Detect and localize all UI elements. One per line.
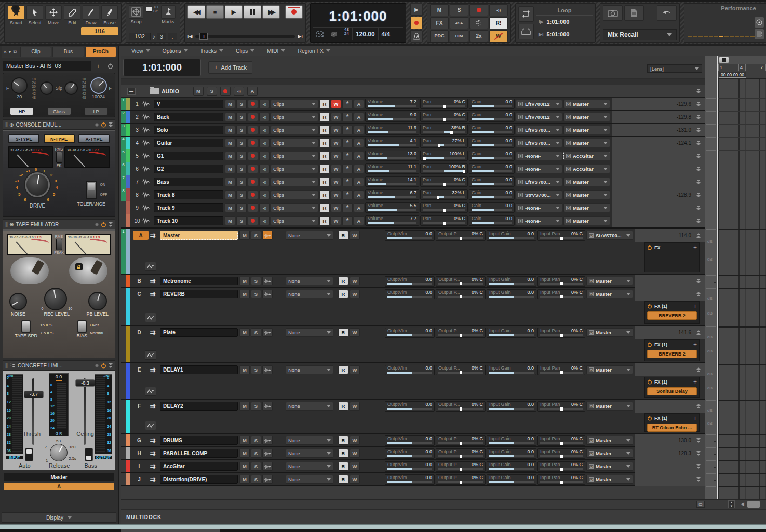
bus-select-strip[interactable] — [121, 326, 126, 362]
tempo-display[interactable]: 120.00 — [353, 28, 379, 40]
expand-chevron-icon[interactable] — [696, 464, 701, 469]
pan-slider[interactable]: Pan27% L — [420, 138, 468, 148]
edit-filter-dropdown[interactable]: Clips — [271, 203, 318, 212]
collapse-chevron-icon[interactable] — [696, 154, 701, 158]
solo-button[interactable]: S — [251, 402, 261, 411]
track-select-strip[interactable]: 3 — [121, 124, 126, 136]
input-echo-button[interactable]: •)) — [259, 203, 270, 212]
output-pan-slider[interactable]: Output P...0% C — [436, 474, 486, 485]
fx-bin[interactable]: FX (1)+BT Oilcan Echo ... — [644, 413, 700, 432]
bus-letter[interactable]: A — [132, 231, 146, 240]
volume-slider[interactable]: Volume-11.1 — [365, 163, 419, 174]
bus-name[interactable]: PARALLEL COMP — [160, 449, 238, 458]
arm-button[interactable] — [248, 203, 258, 212]
solo-dim-button[interactable]: ◄S► — [450, 17, 468, 29]
gain-slider[interactable]: Gain0.0 — [469, 125, 515, 135]
wave-preview-button[interactable] — [262, 402, 273, 411]
input-echo-button[interactable]: •)) — [259, 216, 270, 225]
read-automation-button[interactable]: R — [319, 165, 330, 173]
output-dropdown[interactable]: OMaster — [586, 290, 633, 298]
bus-name[interactable]: Plate — [160, 328, 238, 337]
n-type-button[interactable]: N-TYPE — [44, 134, 75, 143]
edit-filter-dropdown[interactable]: None — [286, 231, 333, 240]
loop-end-field[interactable]: ▶I5:01:000 — [536, 28, 593, 40]
collapse-chevron-icon[interactable] — [696, 206, 701, 210]
volume-slider[interactable]: Volume-11.9 — [365, 125, 419, 135]
read-automation-button[interactable]: R — [319, 178, 330, 186]
track-view-time-display[interactable]: 1:01:000 — [123, 59, 201, 76]
write-automation-button[interactable]: W — [350, 402, 360, 411]
scroll-spinner[interactable]: ▲▼ — [728, 500, 735, 508]
bus-row[interactable]: H⇉PARALLEL COMPMSNoneRWOutptVlm0.0Output… — [121, 447, 705, 460]
edit-filter-dropdown[interactable]: None — [286, 449, 333, 458]
limiter-power-icon[interactable] — [101, 363, 106, 369]
mute-button[interactable]: M — [225, 178, 235, 186]
arm-all-button[interactable] — [469, 4, 488, 16]
sample-rate-display[interactable]: 4824 — [341, 28, 353, 40]
drive-knob[interactable]: DRIVE -6-5-4-3-2-10123456 — [12, 168, 62, 208]
dim-button[interactable]: DIM — [450, 30, 468, 42]
output-dropdown[interactable]: OMaster — [563, 190, 610, 199]
automation-lane-button[interactable] — [145, 387, 156, 396]
bus-select-strip[interactable]: 1 — [121, 229, 126, 274]
gain-slider[interactable]: Gain0.0 — [469, 176, 515, 187]
solo-button[interactable]: S — [251, 449, 261, 458]
audio-engine-icon[interactable] — [313, 28, 327, 40]
bus-row[interactable]: F⇉DELAY2MSNoneRWOutptVlm0.0Output P...0%… — [121, 400, 705, 434]
output-pan-slider[interactable]: Output P...0% C — [436, 461, 486, 472]
track-select-strip[interactable] — [121, 201, 126, 214]
volume-slider[interactable]: Volume-5.5 — [365, 202, 419, 213]
track-name[interactable]: Back — [154, 113, 223, 121]
gain-slider[interactable]: Gain0.0 — [469, 151, 515, 161]
audio-button[interactable]: A — [354, 178, 364, 186]
mini-record-button[interactable] — [410, 17, 423, 29]
volume-slider[interactable]: Volume-7.7 — [365, 215, 419, 226]
a-type-button[interactable]: A-TYPE — [78, 134, 110, 143]
tool-erase[interactable]: Erase — [101, 5, 118, 25]
arm-button[interactable] — [248, 216, 258, 225]
go-to-end-icon[interactable]: ▶I — [298, 34, 303, 39]
read-automation-button[interactable]: R — [338, 365, 348, 374]
track-row[interactable]: 33SoloMS•))ClipsRW*AVolume-11.9Pan36% RG… — [121, 124, 705, 137]
input-dropdown[interactable]: ILftVS700... — [516, 126, 562, 134]
track-row[interactable]: 11VMS•))ClipsRW*AVolume-7.2Pan0% CGain0.… — [121, 98, 705, 111]
write-automation-button[interactable]: W — [331, 113, 341, 121]
fx-global-button[interactable]: FX — [430, 17, 449, 29]
automation-lane-button[interactable] — [145, 421, 156, 430]
mute-button[interactable]: M — [239, 449, 250, 458]
module-collapse-icon[interactable] — [109, 363, 113, 368]
wave-preview-button[interactable] — [262, 231, 273, 240]
bus-row[interactable]: C⇉REVERBMSNoneRWOutptVlm0.0Output P...0%… — [121, 288, 705, 326]
output-volume-slider[interactable]: OutptVlm0.0 — [385, 230, 435, 241]
pan-slider[interactable]: Pan0% C — [420, 99, 468, 109]
write-automation-button[interactable]: W — [331, 139, 341, 147]
gain-slider[interactable]: Gain0.0 — [469, 99, 515, 109]
output-volume-slider[interactable]: OutptVlm0.0 — [385, 474, 435, 485]
fx-bin[interactable]: FX (1)+BREVERB 2 — [644, 301, 700, 324]
bus-row[interactable]: B⇉MetronomeMSNoneRWOutptVlm0.0Output P..… — [121, 275, 705, 288]
track-name[interactable]: Track 8 — [154, 190, 223, 199]
bus-letter[interactable]: I — [132, 463, 146, 469]
output-dropdown[interactable]: OMaster — [563, 126, 610, 134]
edit-filter-dropdown[interactable]: Clips — [271, 139, 318, 147]
solo-all-button[interactable]: S — [450, 4, 468, 16]
output-volume-slider[interactable]: OutptVlm0.0 — [385, 276, 435, 287]
tool-select[interactable]: Select — [26, 5, 44, 25]
lp-freq-knob[interactable] — [90, 77, 107, 94]
read-automation-button[interactable]: R — [338, 231, 348, 240]
output-dropdown[interactable]: OMaster — [586, 462, 633, 471]
input-pan-slider[interactable]: Input Pan0% C — [537, 289, 585, 299]
mute-button[interactable]: M — [225, 165, 235, 173]
track-name[interactable]: Track 9 — [154, 203, 223, 212]
arm-button[interactable] — [248, 113, 258, 121]
input-gain-slider[interactable]: Input Gain0.0 — [487, 328, 536, 338]
write-automation-button[interactable]: W — [331, 165, 341, 173]
bus-select-strip[interactable] — [121, 363, 126, 399]
write-automation-button[interactable]: W — [350, 365, 360, 374]
solo-button[interactable]: S — [251, 328, 261, 337]
hp-enable-button[interactable]: HP — [10, 108, 33, 115]
output-volume-slider[interactable]: OutptVlm0.0 — [385, 435, 435, 446]
volume-slider[interactable]: Volume-7.2 — [365, 99, 419, 109]
read-automation-button[interactable]: R — [338, 328, 348, 337]
automation-lane-button[interactable] — [145, 313, 156, 322]
